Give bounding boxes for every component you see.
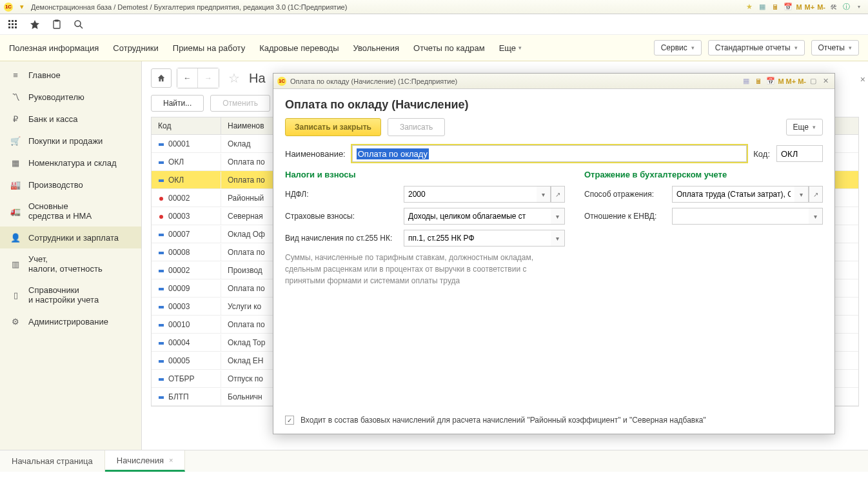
close-icon[interactable]: ✕ [820,76,831,86]
search-icon[interactable] [74,19,84,30]
sidebar-item-refs[interactable]: ▯Справочники и настройки учета [0,279,141,310]
chevron-down-icon[interactable]: ▾ [809,208,823,225]
dialog-titlebar[interactable]: 1С Оплата по окладу (Начисление) (1С:Пре… [273,74,834,89]
calc-icon[interactable]: 🖩 [770,2,780,12]
open-ref-icon[interactable]: ↗ [551,186,565,203]
name-input[interactable]: Оплата по окладу [352,145,747,162]
sidebar-item-manager[interactable]: 〽Руководителю [0,86,141,108]
back-button[interactable]: ← [177,68,198,88]
open-ref-icon[interactable]: ↗ [809,186,823,203]
wrench-icon[interactable]: 🛠 [828,2,838,12]
chevron-down-icon[interactable]: ▾ [551,230,565,247]
more-button[interactable]: Еще▾ [786,119,823,136]
mminus-button[interactable]: M- [817,3,825,11]
nav-link[interactable]: Полезная информация [9,43,99,53]
tax-section-header: Налоги и взносы [285,170,565,179]
close-view-icon[interactable]: × [860,74,865,85]
sidebar-item-employees[interactable]: 👤Сотрудники и зарплата [0,227,141,248]
clipboard-icon[interactable] [52,19,62,30]
svg-rect-26 [159,378,164,381]
svg-rect-8 [15,26,17,28]
sidebar-item-production[interactable]: 🏭Производство [0,174,141,196]
svg-rect-10 [55,19,59,21]
accrual-dialog: 1С Оплата по окладу (Начисление) (1С:Пре… [273,73,835,434]
book-icon: ▯ [10,290,21,300]
m-button[interactable]: M [796,3,802,11]
calendar-icon[interactable]: 📅 [765,76,776,86]
insurance-combo[interactable]: ▾ [404,208,565,225]
sidebar-item-admin[interactable]: ⚙Администрирование [0,310,141,332]
mplus-button[interactable]: M+ [786,77,796,85]
dialog-heading: Оплата по окладу (Начисление) [285,98,823,112]
envd-combo[interactable]: ▾ [672,208,823,225]
title-bar: 1С ▾ Демонстрационная база / Demotest / … [0,0,868,14]
person-icon: 👤 [10,232,21,243]
svg-rect-5 [15,23,17,25]
home-button[interactable] [151,68,172,88]
window-restore-icon[interactable]: ▢ [808,76,818,86]
cancel-filter-button[interactable]: Отменить [210,95,270,112]
info-icon[interactable]: ⓘ [841,2,851,12]
ndfl-combo[interactable]: ▾ ↗ [404,186,565,203]
find-button[interactable]: Найти... [151,95,204,112]
blue-marker-icon [158,267,164,274]
apps-grid-icon[interactable] [8,19,18,30]
mminus-button[interactable]: M- [798,77,806,85]
note-icon[interactable]: ▦ [757,2,767,12]
blue-marker-icon [158,141,164,147]
sidebar-item-bank[interactable]: ₽Банк и касса [0,108,141,130]
save-button[interactable]: Записать [388,118,445,136]
envd-label: Отношение к ЕНВД: [584,212,668,221]
info-dropdown-icon[interactable]: ▾ [854,2,864,12]
code-label: Код: [753,149,770,159]
nav-link[interactable]: Сотрудники [113,43,158,53]
nav-more[interactable]: Еще▾ [499,43,522,53]
svg-rect-20 [159,270,164,272]
sidebar-item-assets[interactable]: 🚛Основные средства и НМА [0,196,141,227]
kind-label: Вид начисления по ст.255 НК: [285,234,400,243]
blue-marker-icon [158,177,164,183]
chevron-down-icon[interactable]: ▾ [794,186,809,203]
m-button[interactable]: M [778,77,784,85]
svg-rect-0 [8,20,10,22]
save-close-button[interactable]: Записать и закрыть [285,118,381,136]
sidebar-item-purchase[interactable]: 🛒Покупки и продажи [0,130,141,152]
bottom-tabs: Начальная страница Начисления× [0,450,868,472]
svg-rect-27 [159,396,164,399]
blue-marker-icon [158,321,164,328]
sidebar-item-stock[interactable]: ▦Номенклатура и склад [0,152,141,174]
code-input[interactable] [776,145,823,162]
svg-point-16 [159,197,163,201]
svg-rect-24 [159,342,164,345]
chevron-down-icon[interactable]: ▾ [537,186,551,203]
chevron-down-icon[interactable]: ▾ [551,208,565,225]
kind-combo[interactable]: ▾ [404,230,565,247]
mplus-button[interactable]: M+ [805,3,815,11]
calendar-icon[interactable]: 📅 [783,2,793,12]
dropdown-icon[interactable]: ▾ [17,2,27,12]
forward-button[interactable]: → [198,68,219,88]
col-code[interactable]: Код [152,117,221,134]
method-combo[interactable]: ▾ ↗ [672,186,823,203]
nav-link[interactable]: Отчеты по кадрам [413,43,485,53]
sidebar-item-main[interactable]: ≡Главное [0,64,141,86]
star-icon[interactable] [30,19,40,30]
nav-link[interactable]: Приемы на работу [173,43,245,53]
calc-icon[interactable]: 🖩 [753,76,764,86]
service-button[interactable]: Сервис▾ [654,40,702,55]
note-icon[interactable]: ▦ [741,76,751,86]
app-logo-icon: 1С [4,3,13,12]
base-accrual-checkbox[interactable]: ✓ [285,416,294,425]
std-reports-button[interactable]: Стандартные отчеты▾ [708,40,805,55]
tab-start[interactable]: Начальная страница [0,450,105,472]
nav-link[interactable]: Увольнения [353,43,399,53]
reports-button[interactable]: Отчеты▾ [811,40,859,55]
favorite-icon[interactable]: ☆ [228,70,240,86]
tab-accruals[interactable]: Начисления× [105,450,186,472]
star-icon[interactable]: ★ [744,2,755,12]
app-logo-icon: 1С [277,77,286,86]
sidebar: ≡Главное 〽Руководителю ₽Банк и касса 🛒По… [0,61,142,450]
sidebar-item-tax[interactable]: ▥Учет, налоги, отчетность [0,248,141,279]
close-tab-icon[interactable]: × [169,456,173,464]
nav-link[interactable]: Кадровые переводы [259,43,339,53]
